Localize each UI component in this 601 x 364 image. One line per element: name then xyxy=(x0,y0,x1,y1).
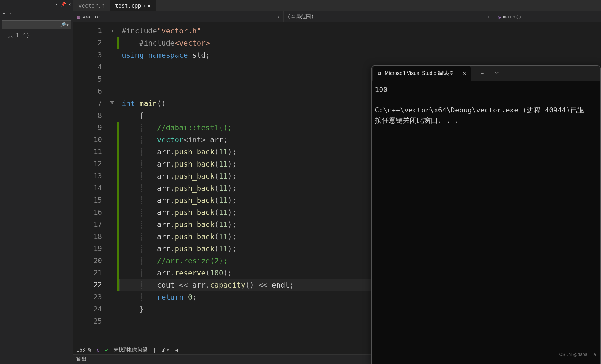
change-marker xyxy=(117,182,119,194)
tab-vector-h[interactable]: vector.h xyxy=(73,0,110,11)
home-icon[interactable]: ⌂ xyxy=(3,11,5,17)
change-marker xyxy=(116,110,120,122)
nav-member-dropdown[interactable]: ◎ main() xyxy=(494,11,525,22)
change-marker xyxy=(116,61,120,73)
line-number: 14 xyxy=(73,182,108,194)
line-number: 6 xyxy=(73,85,108,97)
fold-cell xyxy=(108,231,116,243)
line-number: 7 xyxy=(73,97,108,110)
fold-toggle[interactable]: ⊟ xyxy=(110,101,114,106)
nav-scope-dropdown[interactable]: (全局范围) ▾ xyxy=(284,11,494,22)
change-marker xyxy=(117,146,119,158)
line-number: 11 xyxy=(73,146,108,158)
code-line[interactable]: ┊ #include<vector> xyxy=(120,37,601,49)
dropdown-icon[interactable]: ▾ xyxy=(55,2,58,7)
scroll-left-icon[interactable]: ◀ xyxy=(175,347,178,353)
fold-cell: ⊟ xyxy=(108,25,116,37)
pin-icon[interactable]: ⟟ xyxy=(144,3,145,8)
fold-cell xyxy=(108,170,116,182)
line-number: 21 xyxy=(73,267,108,279)
change-marker xyxy=(117,255,119,267)
line-number: 25 xyxy=(73,315,108,327)
search-icon: 🔎▾ xyxy=(60,22,69,28)
panel-action-row: ⌂ · xyxy=(0,8,73,19)
change-marker xyxy=(116,85,120,97)
output-label: 输出 xyxy=(76,356,87,362)
toolbar-sep: · xyxy=(9,11,11,17)
nav-project-dropdown[interactable]: ▦ vector ▾ xyxy=(73,11,284,22)
zoom-level[interactable]: 163 % xyxy=(76,347,91,353)
fold-cell xyxy=(108,303,116,315)
change-marker xyxy=(116,73,120,85)
change-marker xyxy=(117,170,119,182)
change-marker xyxy=(117,243,119,255)
nav-scope-label: (全局范围) xyxy=(287,13,314,20)
tabs-dropdown-button[interactable]: ﹀ xyxy=(490,68,503,78)
new-tab-button[interactable]: ＋ xyxy=(476,68,489,78)
fold-cell xyxy=(108,279,116,291)
line-number: 24 xyxy=(73,303,108,315)
terminal-icon: ⧉ xyxy=(378,71,381,76)
change-marker xyxy=(116,97,120,110)
fold-cell xyxy=(108,218,116,231)
nav-member-label: main() xyxy=(503,14,522,20)
fold-cell xyxy=(108,182,116,194)
fold-cell xyxy=(108,206,116,218)
debug-titlebar-actions: ＋ ﹀ xyxy=(476,68,503,78)
change-marker xyxy=(117,267,119,279)
fold-cell xyxy=(108,37,116,49)
fold-cell xyxy=(108,291,116,303)
line-number: 22 xyxy=(73,279,108,291)
editor-tabs: vector.h test.cpp ⟟ ✕ xyxy=(73,0,601,11)
nav-project-label: vector xyxy=(83,14,101,20)
debug-console-window[interactable]: ⧉ Microsoft Visual Studio 调试控 ✕ ＋ ﹀ 100 … xyxy=(371,65,601,364)
debug-console-output: 100 C:\c++\vector\x64\Debug\vector.exe (… xyxy=(372,81,600,129)
fold-cell xyxy=(108,61,116,73)
project-icon: ▦ xyxy=(77,14,80,20)
line-number: 1 xyxy=(73,25,108,37)
issues-label[interactable]: 未找到相关问题 xyxy=(114,347,147,353)
fold-cell xyxy=(108,146,116,158)
fold-cell xyxy=(108,73,116,85)
line-number: 18 xyxy=(73,231,108,243)
separator: | xyxy=(153,347,156,353)
brush-icon[interactable]: 🖌▾ xyxy=(162,347,169,353)
line-number: 5 xyxy=(73,73,108,85)
refresh-icon[interactable]: ↻ xyxy=(97,347,99,353)
code-line[interactable]: using namespace std; xyxy=(120,49,601,61)
tab-label: test.cpp xyxy=(115,3,141,9)
function-icon: ◎ xyxy=(498,14,501,20)
fold-column: ⊟⊟ xyxy=(108,22,116,345)
search-input[interactable]: 🔎▾ xyxy=(2,20,71,29)
fold-toggle[interactable]: ⊟ xyxy=(110,29,114,33)
change-marker xyxy=(117,231,119,243)
debug-titlebar[interactable]: ⧉ Microsoft Visual Studio 调试控 ✕ ＋ ﹀ xyxy=(372,66,600,81)
change-marker xyxy=(117,194,119,206)
line-number: 10 xyxy=(73,134,108,146)
ok-icon: ✔ xyxy=(105,347,108,353)
change-marker xyxy=(116,291,120,303)
change-marker xyxy=(117,37,119,49)
fold-cell xyxy=(108,158,116,170)
pin-icon[interactable]: 📌 xyxy=(61,2,66,7)
fold-cell xyxy=(108,134,116,146)
fold-cell xyxy=(108,49,116,61)
change-marker xyxy=(117,158,119,170)
solution-explorer-panel: ▾ 📌 ✕ ⌂ · 🔎▾ , 共 1 个) xyxy=(0,0,73,364)
close-icon[interactable]: ✕ xyxy=(462,70,466,76)
close-icon[interactable]: ✕ xyxy=(69,2,71,7)
line-number: 13 xyxy=(73,170,108,182)
fold-cell xyxy=(108,194,116,206)
line-number: 4 xyxy=(73,61,108,73)
fold-cell xyxy=(108,85,116,97)
debug-tab-title: Microsoft Visual Studio 调试控 xyxy=(385,70,453,77)
watermark: CSDN @dabai__a xyxy=(559,352,596,357)
code-nav-bar: ▦ vector ▾ (全局范围) ▾ ◎ main() xyxy=(73,11,601,22)
fold-cell xyxy=(108,267,116,279)
tab-test-cpp[interactable]: test.cpp ⟟ ✕ xyxy=(110,0,156,11)
code-line[interactable]: #include"vector.h" xyxy=(120,25,601,37)
close-icon[interactable]: ✕ xyxy=(148,3,150,8)
line-number: 12 xyxy=(73,158,108,170)
debug-console-tab[interactable]: ⧉ Microsoft Visual Studio 调试控 ✕ xyxy=(373,66,471,81)
line-number: 8 xyxy=(73,110,108,122)
